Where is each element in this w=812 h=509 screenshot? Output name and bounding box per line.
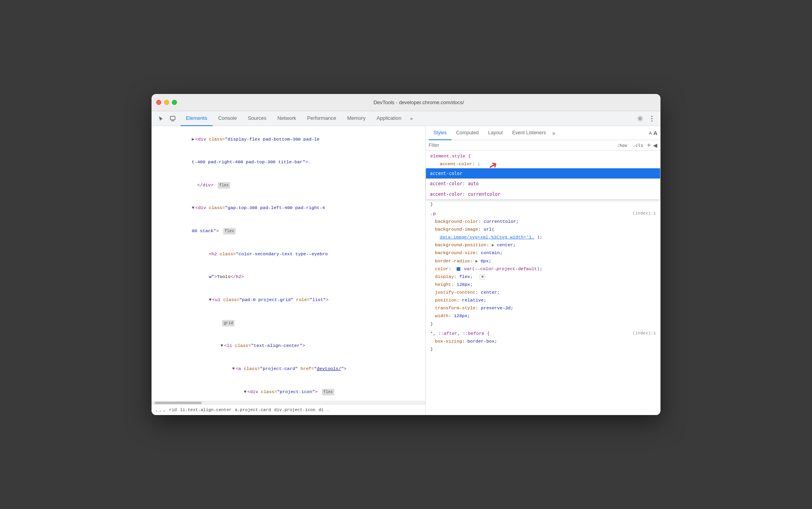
color-swatch[interactable] — [457, 267, 460, 271]
element-style-block: element.style { accent-color: ; ➜ — [426, 152, 660, 208]
breadcrumb-ellipsis: … — [326, 408, 329, 412]
html-line[interactable]: w">Tools</h2> — [152, 265, 425, 289]
css-close-brace: } — [426, 200, 660, 208]
tab-console[interactable]: Console — [213, 111, 242, 126]
filter-bar: :hov .cls + ◀ — [426, 140, 660, 151]
more-options-icon[interactable] — [646, 113, 657, 124]
css-rule-universal-header: *, ::after, ::before { (index):1 — [426, 330, 660, 338]
svg-point-4 — [651, 118, 653, 119]
tab-layout[interactable]: Layout — [484, 126, 508, 140]
css-prop-border-radius[interactable]: border-radius: ▶ 6px; — [426, 257, 660, 265]
css-prop-box-sizing[interactable]: box-sizing: border-box; — [426, 338, 660, 345]
html-line[interactable]: ▼<a class="project-card" href="devtools/… — [152, 357, 425, 380]
tab-performance[interactable]: Performance — [301, 111, 341, 126]
styles-panel: Styles Computed Layout Event Listeners » — [426, 126, 660, 415]
breadcrumb-item[interactable]: div.project-icon — [273, 408, 316, 412]
css-prop-bg-image[interactable]: background-image: url( — [426, 226, 660, 233]
html-line[interactable]: ▶<div class="display-flex pad-bottom-300… — [152, 128, 425, 151]
tab-sources[interactable]: Sources — [242, 111, 272, 126]
close-button[interactable] — [156, 100, 161, 105]
html-line[interactable]: ▼<div class="gap-top-300 pad-left-400 pa… — [152, 197, 425, 220]
css-property-accent[interactable]: accent-color: ; ➜ — [426, 160, 660, 168]
style-tabs-more[interactable]: » — [552, 130, 555, 136]
cursor-icon[interactable] — [155, 113, 166, 124]
devtools-container: Elements Console Sources Network Perform… — [152, 111, 660, 415]
css-source-index2: (index):1 — [633, 330, 656, 338]
add-style-button[interactable]: + — [647, 142, 651, 149]
hov-button[interactable]: :hov — [615, 142, 629, 149]
css-rule-universal: *, ::after, ::before { (index):1 box-siz… — [426, 330, 660, 353]
html-line[interactable]: 00 stack"> flex — [152, 220, 425, 243]
flex-icon: ⊞ — [480, 274, 485, 280]
css-rule-p: .p (index):1 background-color: currentCo… — [426, 210, 660, 328]
html-line[interactable]: </div> flex — [152, 173, 425, 197]
horizontal-scrollbar[interactable] — [152, 401, 425, 404]
breadcrumb-item[interactable]: rid — [168, 408, 178, 412]
window-title: DevTools - developer.chrome.com/docs/ — [182, 99, 656, 105]
css-prop-position[interactable]: position: relative; — [426, 296, 660, 304]
devtools-tab-bar: Elements Console Sources Network Perform… — [152, 111, 660, 126]
elements-tree[interactable]: ▶<div class="display-flex pad-bottom-300… — [152, 126, 425, 401]
traffic-lights — [156, 100, 177, 105]
breadcrumb-item[interactable]: li.text-align-center — [179, 408, 233, 412]
css-prop-width[interactable]: width: 128px; — [426, 312, 660, 320]
css-source-index: (index):1 — [633, 210, 656, 218]
devtools-window: DevTools - developer.chrome.com/docs/ — [152, 94, 660, 415]
svg-point-3 — [651, 116, 653, 117]
maximize-button[interactable] — [172, 100, 177, 105]
css-prop-color[interactable]: color: var(--color-project-default); — [426, 265, 660, 273]
svg-rect-0 — [170, 116, 175, 120]
css-prop-bg-position[interactable]: background-position: ▶ center; — [426, 241, 660, 249]
breadcrumb-item[interactable]: a.project-card — [234, 408, 272, 412]
css-rule-close: } — [426, 320, 660, 328]
devtools-tab-right — [635, 113, 659, 124]
cls-button[interactable]: .cls — [631, 142, 645, 149]
style-tab-bar: Styles Computed Layout Event Listeners » — [426, 126, 660, 140]
title-bar: DevTools - developer.chrome.com/docs/ — [152, 94, 660, 111]
tabs-more-button[interactable]: » — [407, 111, 416, 126]
tab-application[interactable]: Application — [371, 111, 407, 126]
breadcrumb-dots[interactable]: ... — [155, 406, 166, 413]
breadcrumb-item[interactable]: di — [318, 408, 325, 412]
css-selector-line: element.style { — [426, 152, 660, 160]
html-line[interactable]: <h2 class="color-secondary-text type--ey… — [152, 242, 425, 265]
tab-computed[interactable]: Computed — [451, 126, 484, 140]
css-prop-bg-color[interactable]: background-color: currentColor; — [426, 218, 660, 226]
inspect-icon[interactable] — [167, 113, 178, 124]
tab-icon-group — [153, 113, 180, 124]
css-rule-universal-close: } — [426, 345, 660, 353]
html-line[interactable]: grid — [152, 311, 425, 334]
autocomplete-dropdown: accent-color accent-color: auto accent-c… — [426, 168, 660, 199]
minimize-button[interactable] — [164, 100, 169, 105]
css-prop-height[interactable]: height: 128px; — [426, 281, 660, 289]
css-prop-transform-style[interactable]: transform-style: preserve-3d; — [426, 304, 660, 312]
autocomplete-item-currentcolor[interactable]: accent-color: currentcolor — [426, 189, 660, 199]
html-line[interactable]: ▼<li class="text-align-center"> — [152, 334, 425, 357]
css-rule-header: .p (index):1 — [426, 210, 660, 218]
css-prop-display[interactable]: display: flex; ⊞ — [426, 273, 660, 281]
tab-elements[interactable]: Elements — [180, 111, 213, 126]
settings-icon[interactable] — [635, 113, 646, 124]
html-line[interactable]: ▼<ul class="pad-0 project-grid" role="li… — [152, 288, 425, 311]
css-prop-bg-image-url[interactable]: data:image/svg+xml,%3Csvg width='1… ); — [426, 233, 660, 241]
svg-point-5 — [651, 120, 653, 121]
styles-content: element.style { accent-color: ; ➜ — [426, 151, 660, 415]
css-prop-bg-size[interactable]: background-size: contain; — [426, 249, 660, 257]
text-size-icon[interactable]: AA — [649, 130, 657, 136]
svg-point-2 — [639, 117, 641, 119]
tab-network[interactable]: Network — [272, 111, 302, 126]
html-line[interactable]: t-400 pad-right-400 pad-top-300 title-ba… — [152, 151, 425, 174]
autocomplete-list: accent-color accent-color: auto accent-c… — [426, 168, 660, 199]
tab-styles[interactable]: Styles — [429, 126, 451, 140]
tab-event-listeners[interactable]: Event Listeners — [507, 126, 550, 140]
html-line[interactable]: ▼<div class="project-icon"> flex — [152, 380, 425, 401]
tab-memory[interactable]: Memory — [342, 111, 371, 126]
svg-rect-1 — [171, 121, 174, 121]
breadcrumb: ... rid li.text-align-center a.project-c… — [152, 404, 425, 415]
filter-input[interactable] — [429, 143, 613, 148]
autocomplete-item-auto[interactable]: accent-color: auto — [426, 179, 660, 189]
autocomplete-item-accent-color[interactable]: accent-color — [426, 168, 660, 179]
css-prop-justify-content[interactable]: justify-content: center; — [426, 289, 660, 296]
elements-panel: ▶<div class="display-flex pad-bottom-300… — [152, 126, 426, 415]
collapse-button[interactable]: ◀ — [653, 142, 657, 148]
